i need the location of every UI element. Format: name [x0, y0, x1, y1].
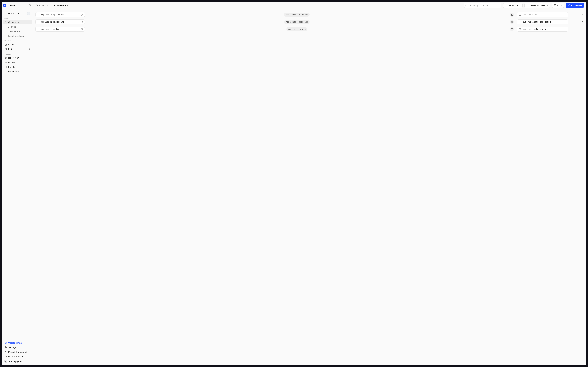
source-name: replicate-audio: [41, 28, 59, 30]
help-icon: [4, 355, 7, 358]
sort-icon: [526, 4, 529, 7]
breadcrumb-current-label: Connections: [54, 4, 68, 7]
source-icon: [37, 14, 40, 16]
svg-point-29: [38, 15, 38, 15]
nav-sources[interactable]: Sources: [3, 25, 32, 29]
nav-settings[interactable]: Settings: [3, 345, 32, 350]
svg-rect-14: [5, 66, 7, 68]
breadcrumb-sep: /: [50, 4, 50, 7]
source-name: replicate-embedding: [41, 21, 64, 23]
terminal-icon: [519, 21, 521, 23]
nav-http-view[interactable]: HTTP View: [3, 56, 32, 60]
sort-label: Newest → Oldest: [530, 4, 546, 7]
search-field[interactable]: [464, 3, 501, 8]
retry-icon[interactable]: [510, 27, 514, 31]
connection-name-pill[interactable]: replicate-embedding: [284, 20, 310, 24]
retry-icon[interactable]: [510, 13, 514, 17]
open-arrow-icon[interactable]: [581, 13, 584, 16]
svg-rect-0: [29, 4, 31, 6]
plus-circle-icon: [568, 4, 570, 7]
breadcrumb-folder-label: IATT-DEV: [39, 4, 49, 7]
nav-label: Upgrade Plan: [8, 342, 22, 344]
svg-point-7: [6, 23, 6, 23]
app-root: D Demos Get Started 1 Configure Connect: [2, 2, 586, 365]
destination-card[interactable]: cli-replicate-embedding: [517, 19, 568, 25]
svg-marker-25: [554, 5, 556, 6]
user-name: Phil Leggetter: [8, 360, 22, 363]
section-configure: Configure: [3, 16, 32, 20]
destination-name: cli-replicate-audio: [522, 28, 546, 30]
create-connection-button[interactable]: Connection: [566, 3, 584, 8]
source-card[interactable]: replicate-embedding: [35, 19, 85, 25]
svg-point-6: [5, 21, 5, 22]
grid-icon: [4, 12, 7, 15]
filter-icon: [554, 4, 556, 7]
nav-transformations[interactable]: Transformations: [3, 34, 32, 38]
connection-line: replicate-embedding: [85, 19, 517, 25]
events-track: [570, 15, 580, 15]
search-input[interactable]: [464, 3, 501, 8]
chevron-down-icon: [28, 57, 30, 59]
connection-name-pill[interactable]: replicate-api-queue: [284, 13, 310, 17]
globe-icon: [519, 14, 521, 16]
activity-icon: [4, 351, 7, 353]
open-arrow-icon[interactable]: [581, 28, 584, 31]
sidebar-footer: Upgrade Plan Settings Project Throughput…: [2, 340, 33, 365]
nav-events[interactable]: Events: [3, 65, 32, 69]
connection-row: replicate-api-queuereplicate-api-queuere…: [35, 12, 584, 17]
sort-button[interactable]: Newest → Oldest: [524, 3, 550, 8]
sidebar-collapse-icon[interactable]: [28, 4, 31, 7]
nav-label: Settings: [8, 346, 16, 349]
events-track: [570, 22, 580, 22]
nav-label: Bookmarks: [8, 70, 19, 73]
connection-row: replicate-embeddingreplicate-embeddingcl…: [35, 19, 584, 25]
nav-upgrade[interactable]: Upgrade Plan: [3, 341, 32, 345]
nav-destinations[interactable]: Destinations: [3, 29, 32, 34]
svg-point-32: [38, 22, 38, 22]
breadcrumb-folder[interactable]: IATT-DEV: [35, 4, 49, 7]
nav-get-started[interactable]: Get Started 1: [3, 11, 32, 16]
issues-icon: [4, 43, 7, 46]
avatar: P: [4, 360, 7, 363]
source-name: replicate-api-queue: [41, 14, 64, 16]
nav-label: Requests: [8, 61, 17, 64]
open-arrow-icon[interactable]: [581, 21, 584, 24]
shield-check-icon: [81, 14, 83, 16]
external-link-icon: [28, 48, 30, 50]
svg-line-35: [582, 21, 583, 22]
workspace-switcher[interactable]: D Demos: [2, 2, 33, 9]
source-card[interactable]: replicate-api-queue: [35, 12, 85, 17]
destination-card[interactable]: replicate-api: [517, 12, 568, 17]
nav-user[interactable]: P Phil Leggetter: [3, 359, 32, 364]
chevron-down-icon: [546, 4, 548, 6]
connections-icon: [51, 4, 53, 7]
nav-requests[interactable]: Requests: [3, 60, 32, 65]
connection-name-pill[interactable]: replicate-audio: [286, 27, 307, 31]
svg-line-39: [582, 29, 583, 29]
svg-line-22: [467, 6, 467, 6]
workspace-badge: D: [3, 4, 7, 7]
nav-throughput[interactable]: Project Throughput: [3, 350, 32, 354]
retry-icon[interactable]: [510, 20, 514, 24]
events-icon: [4, 66, 7, 68]
requests-icon: [4, 61, 7, 64]
destination-name: cli-replicate-embedding: [522, 21, 551, 23]
events-track: [570, 29, 580, 29]
svg-point-23: [505, 5, 506, 5]
connection-line: replicate-api-queue: [85, 12, 517, 17]
nav-bookmarks[interactable]: Bookmarks: [3, 69, 32, 74]
source-card[interactable]: replicate-audio: [35, 26, 85, 32]
nav-issues[interactable]: Issues: [3, 42, 32, 47]
nav-label: Get Started: [8, 12, 19, 15]
nav-label: Issues: [8, 43, 15, 46]
nav-docs-support[interactable]: Docs & Support: [3, 354, 32, 359]
group-by-label: By Source: [508, 4, 518, 7]
breadcrumb: IATT-DEV / Connections: [35, 4, 68, 7]
nav-label: Connections: [8, 21, 20, 24]
nav-metrics[interactable]: Metrics: [3, 47, 32, 51]
nav-connections[interactable]: Connections: [3, 20, 32, 25]
svg-rect-5: [6, 14, 7, 15]
filter-button[interactable]: All: [552, 3, 564, 8]
destination-card[interactable]: cli-replicate-audio: [517, 26, 568, 32]
group-by-button[interactable]: By Source: [503, 3, 522, 8]
